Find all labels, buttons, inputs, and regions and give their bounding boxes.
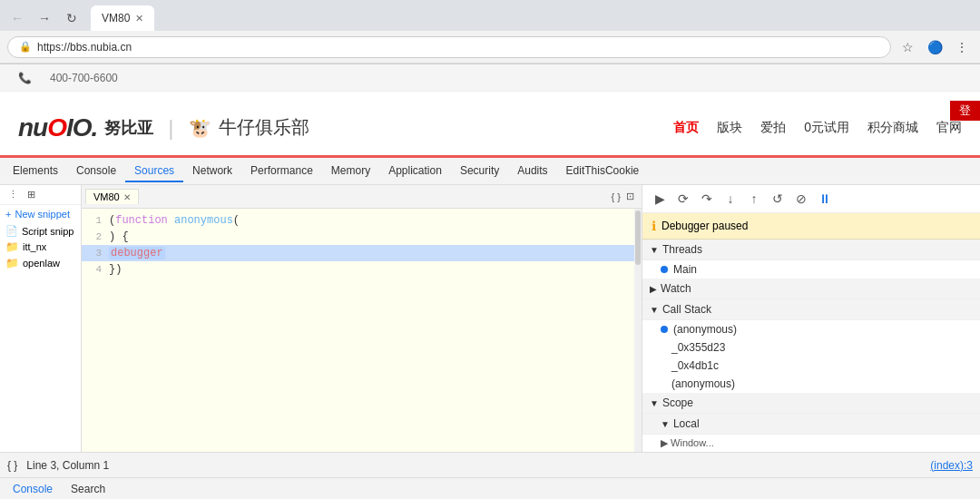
line-number-3: 3 <box>82 248 109 259</box>
step-out-button[interactable]: ↑ <box>744 189 764 209</box>
threads-section-header[interactable]: ▼ Threads <box>642 240 980 260</box>
editor-tab-close-button[interactable]: ✕ <box>123 192 131 202</box>
new-snippet-label: New snippet <box>15 209 70 220</box>
address-bar[interactable]: 🔒 https://bbs.nubia.cn <box>7 36 891 58</box>
call-stack-fn-2: _0x4db1c <box>671 359 719 372</box>
call-stack-item-2[interactable]: _0x4db1c <box>642 357 980 375</box>
call-stack-item-0[interactable]: (anonymous) <box>642 320 980 338</box>
step-back-button[interactable]: ↺ <box>768 189 788 209</box>
code-line-3: 3 debugger <box>82 245 642 261</box>
console-tab-console[interactable]: Console <box>4 479 62 499</box>
tab-editthiscookie[interactable]: EditThisCookie <box>557 161 649 182</box>
debug-panel: ▶ ⟳ ↷ ↓ ↑ ↺ ⊘ ⏸ ℹ Debugger paused ▼ Thre… <box>642 185 980 452</box>
nav-home[interactable]: 首页 <box>673 120 699 136</box>
file-item-itt-nx[interactable]: 📁 itt_nx <box>0 239 81 255</box>
tab-console[interactable]: Console <box>67 161 125 182</box>
tab-memory[interactable]: Memory <box>322 161 379 182</box>
nav-free-trial[interactable]: 0元试用 <box>804 120 849 136</box>
file-panel-menu-button[interactable]: ⋮ <box>5 188 21 201</box>
cursor-position: Line 3, Column 1 <box>26 459 109 472</box>
nav-forum[interactable]: 版块 <box>717 120 742 136</box>
line-content-4: }) <box>109 263 642 276</box>
file-item-openlaw[interactable]: 📁 openlaw <box>0 255 81 271</box>
address-bar-row: 🔒 https://bbs.nubia.cn ☆ 🔵 ⋮ <box>0 31 980 64</box>
code-line-4: 4 }) <box>82 261 642 278</box>
status-bar: { } Line 3, Column 1 (index):3 <box>0 452 980 477</box>
extensions-button[interactable]: 🔵 <box>924 36 946 58</box>
tab-close-button[interactable]: ✕ <box>135 13 143 24</box>
folder-icon-openlaw: 📁 <box>5 257 19 269</box>
browser-controls: ← → ↻ <box>7 8 82 28</box>
call-stack-item-3[interactable]: (anonymous) <box>642 375 980 393</box>
file-panel-toolbar: ⋮ ⊞ <box>0 185 81 205</box>
logo-text: nuOIO. <box>18 113 97 142</box>
nav-official[interactable]: 官网 <box>936 120 962 136</box>
plus-icon: + <box>5 209 11 220</box>
forward-button[interactable]: → <box>34 8 54 28</box>
chrome-menu-button[interactable]: ⋮ <box>951 36 973 58</box>
thread-main-label: Main <box>673 263 697 276</box>
code-line-1: 1 (function anonymous( <box>82 212 642 229</box>
logo-divider: | <box>168 115 173 141</box>
pause-button[interactable]: ⟳ <box>673 189 693 209</box>
scope-label: Scope <box>662 396 693 409</box>
file-label-openlaw: openlaw <box>23 258 60 269</box>
tab-performance[interactable]: Performance <box>241 161 322 182</box>
back-button[interactable]: ← <box>7 8 27 28</box>
call-stack-item-1[interactable]: _0x355d23 <box>642 338 980 357</box>
tab-security[interactable]: Security <box>451 161 508 182</box>
debugger-highlight: debugger <box>109 247 165 259</box>
step-into-button[interactable]: ↓ <box>720 189 740 209</box>
tab-audits[interactable]: Audits <box>508 161 556 182</box>
editor-scrollbar[interactable] <box>634 209 642 452</box>
second-bar: 📞 400-700-6600 <box>0 64 980 92</box>
file-panel-icon2[interactable]: ⊞ <box>24 188 38 201</box>
devtools-tab-bar: Elements Console Sources Network Perform… <box>0 158 980 185</box>
new-snippet-button[interactable]: + New snippet <box>0 205 81 223</box>
login-button[interactable]: 登 <box>950 101 980 121</box>
bookmark-button[interactable]: ☆ <box>897 36 918 58</box>
line-number-4: 4 <box>82 264 109 275</box>
editor-tab-bar: VM80 ✕ { } ⊡ <box>82 185 642 209</box>
watch-section-header[interactable]: ▶ Watch <box>642 279 980 299</box>
brand-chinese: 努比亚 <box>104 117 153 139</box>
resume-button[interactable]: ▶ <box>650 189 670 209</box>
tab-network[interactable]: Network <box>183 161 241 182</box>
scope-section-header[interactable]: ▼ Scope <box>642 393 980 414</box>
format-button[interactable]: { } <box>612 191 621 202</box>
tab-elements[interactable]: Elements <box>4 161 67 182</box>
threads-arrow: ▼ <box>650 245 659 255</box>
call-stack-label: Call Stack <box>662 303 711 316</box>
tab-application[interactable]: Application <box>379 161 451 182</box>
step-over-button[interactable]: ↷ <box>697 189 717 209</box>
nubia-header: nuOIO. 努比亚 | 🐮 牛仔俱乐部 首页 版块 爱拍 0元试用 积分商城 … <box>0 92 980 155</box>
nav-photos[interactable]: 爱拍 <box>760 120 786 136</box>
code-editor[interactable]: 1 (function anonymous( 2 ) { 3 debu <box>82 209 642 452</box>
thread-main-item[interactable]: Main <box>642 260 980 279</box>
local-scope-arrow: ▼ <box>661 419 670 429</box>
watch-label: Watch <box>661 282 691 295</box>
pause-on-exceptions-button[interactable]: ⏸ <box>815 189 835 209</box>
reload-button[interactable]: ↻ <box>62 8 82 28</box>
deactivate-button[interactable]: ⊘ <box>791 189 811 209</box>
file-item-script-snipp[interactable]: 📄 Script snipp <box>0 223 81 239</box>
devtools: Elements Console Sources Network Perform… <box>0 155 980 499</box>
minify-icon[interactable]: ⊡ <box>626 191 634 202</box>
debugger-paused-banner: ℹ Debugger paused <box>642 213 980 240</box>
code-line-2: 2 ) { <box>82 229 642 245</box>
local-scope-header[interactable]: ▼ Local <box>642 414 980 435</box>
lock-icon: 🔒 <box>19 41 32 53</box>
source-link[interactable]: (index):3 <box>930 459 973 472</box>
editor-panel: VM80 ✕ { } ⊡ 1 (function anonymous( <box>82 185 642 452</box>
browser-chrome: ← → ↻ VM80 ✕ 🔒 https://bbs.nubia.cn ☆ 🔵 … <box>0 0 980 64</box>
browser-tab[interactable]: VM80 ✕ <box>91 5 154 31</box>
console-tab-search[interactable]: Search <box>62 479 114 499</box>
call-stack-section-header[interactable]: ▼ Call Stack <box>642 299 980 320</box>
console-tab-bar: Console Search <box>0 477 980 499</box>
nav-points-mall[interactable]: 积分商城 <box>867 120 918 136</box>
url-text: https://bbs.nubia.cn <box>37 41 132 54</box>
line-content-1: (function anonymous( <box>109 214 642 227</box>
tab-sources[interactable]: Sources <box>125 161 183 182</box>
phone-icon: 📞 <box>18 72 32 84</box>
editor-active-tab[interactable]: VM80 ✕ <box>85 189 139 204</box>
